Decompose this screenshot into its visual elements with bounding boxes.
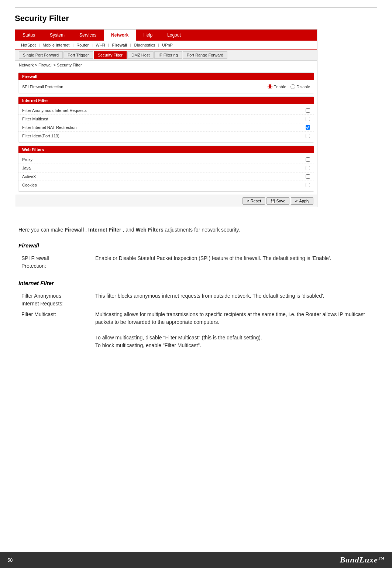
save-label: Save bbox=[276, 199, 285, 203]
tab-port-range-forward[interactable]: Port Range Forward bbox=[183, 51, 227, 59]
apply-label: Apply bbox=[299, 199, 309, 203]
reset-button[interactable]: ↺ Reset bbox=[243, 197, 265, 205]
java-checkbox[interactable] bbox=[306, 166, 310, 170]
filter-anon-label: Filter Anonymous Internet Requests bbox=[22, 108, 306, 113]
tab-security-filter[interactable]: Security Filter bbox=[94, 51, 127, 59]
filter-anon-row: Filter Anonymous Internet Requests bbox=[18, 106, 314, 115]
cookies-checkbox[interactable] bbox=[306, 183, 310, 187]
filter-nat-label: Filter Internet NAT Redirection bbox=[22, 125, 306, 130]
anon-desc-def: This filter blocks anonymous internet re… bbox=[92, 291, 374, 309]
tab-dmz-host[interactable]: DMZ Host bbox=[127, 51, 154, 59]
java-label: Java bbox=[22, 166, 306, 170]
internet-filter-header: Internet Filter bbox=[18, 97, 314, 104]
spi-disable-label: Disable bbox=[296, 85, 310, 89]
firewall-desc-title: Firewall bbox=[18, 241, 374, 250]
tab-ip-filtering[interactable]: IP Filtering bbox=[154, 51, 182, 59]
filter-ident-checkbox[interactable] bbox=[306, 134, 310, 138]
spi-firewall-row: SPI Firewall Protection Enable Disable bbox=[18, 82, 314, 91]
filter-nat-checkbox[interactable] bbox=[306, 125, 310, 130]
anon-desc-row: Filter AnonymousInternet Requests: This … bbox=[18, 291, 374, 309]
nav-diagnostics[interactable]: Diagnostics bbox=[132, 42, 157, 48]
buttons-bar: ↺ Reset 💾 Save ✔ Apply bbox=[15, 195, 317, 207]
filter-nat-row: Filter Internet NAT Redirection bbox=[18, 123, 314, 132]
web-filters-bold: Web Filters bbox=[136, 227, 164, 233]
multicast-desc-def: Multicasting allows for multiple transmi… bbox=[92, 309, 374, 351]
apply-icon: ✔ bbox=[295, 199, 298, 203]
cookies-label: Cookies bbox=[22, 183, 306, 187]
internet-filter-section: Internet Filter Filter Anonymous Interne… bbox=[18, 96, 314, 143]
web-filters-section: Web Filters Proxy Java ActiveX bbox=[18, 146, 314, 192]
save-button[interactable]: 💾 Save bbox=[267, 197, 289, 205]
save-icon: 💾 bbox=[271, 199, 275, 203]
brand-tm: TM bbox=[378, 556, 385, 560]
page-number: 58 bbox=[7, 557, 13, 563]
nav-network[interactable]: Network bbox=[104, 30, 136, 41]
top-nav: Status System Services Network Help Logo… bbox=[15, 30, 317, 41]
spi-disable-option[interactable]: Disable bbox=[290, 84, 310, 89]
spi-desc-term: SPI FirewallProtection: bbox=[18, 253, 92, 271]
internet-filter-body: Filter Anonymous Internet Requests Filte… bbox=[18, 104, 314, 142]
nav-mobile-internet[interactable]: Mobile Internet bbox=[41, 42, 72, 48]
breadcrumb: Network > Firewall > Security Filter bbox=[15, 61, 317, 69]
firewall-desc-table: SPI FirewallProtection: Enable or Disabl… bbox=[18, 253, 374, 271]
nav-help[interactable]: Help bbox=[136, 30, 160, 41]
second-nav: HotSpot | Mobile Internet | Router | Wi-… bbox=[15, 41, 317, 50]
spi-firewall-control: Enable Disable bbox=[268, 84, 310, 89]
filter-ident-row: Filter Ident(Port 113) bbox=[18, 132, 314, 140]
nav-services[interactable]: Services bbox=[72, 30, 104, 41]
spi-enable-option[interactable]: Enable bbox=[268, 84, 286, 89]
nav-status[interactable]: Status bbox=[15, 30, 42, 41]
spi-disable-radio[interactable] bbox=[290, 84, 295, 89]
firewall-section-body: SPI Firewall Protection Enable Disable bbox=[18, 80, 314, 93]
proxy-checkbox[interactable] bbox=[306, 157, 310, 162]
firewall-bold: Firewall bbox=[65, 227, 84, 233]
third-nav: Single Port Forward Port Trigger Securit… bbox=[15, 50, 317, 61]
activex-label: ActiveX bbox=[22, 174, 306, 179]
page-title: Security Filter bbox=[15, 14, 377, 23]
tab-single-port-forward[interactable]: Single Port Forward bbox=[19, 51, 63, 59]
firewall-section: Firewall SPI Firewall Protection Enable … bbox=[18, 72, 314, 93]
nav-system[interactable]: System bbox=[42, 30, 72, 41]
nav-upnp[interactable]: UPnP bbox=[160, 42, 175, 48]
web-filters-body: Proxy Java ActiveX bbox=[18, 153, 314, 191]
description-area: Here you can make Firewall , Internet Fi… bbox=[15, 218, 377, 366]
nav-hotspot[interactable]: HotSpot bbox=[19, 42, 38, 48]
apply-button[interactable]: ✔ Apply bbox=[291, 197, 313, 205]
multicast-desc-term: Filter Multicast: bbox=[18, 309, 92, 351]
internet-filter-bold: Internet Filter bbox=[88, 227, 121, 233]
tab-port-trigger[interactable]: Port Trigger bbox=[63, 51, 93, 59]
proxy-row: Proxy bbox=[18, 155, 314, 164]
java-row: Java bbox=[18, 164, 314, 172]
filter-multicast-row: Filter Multicast bbox=[18, 115, 314, 123]
filter-ident-label: Filter Ident(Port 113) bbox=[22, 134, 306, 138]
proxy-label: Proxy bbox=[22, 157, 306, 162]
anon-desc-term: Filter AnonymousInternet Requests: bbox=[18, 291, 92, 309]
cookies-row: Cookies bbox=[18, 181, 314, 189]
spi-enable-radio[interactable] bbox=[268, 84, 272, 89]
filter-multicast-label: Filter Multicast bbox=[22, 117, 306, 121]
internet-filter-desc-table: Filter AnonymousInternet Requests: This … bbox=[18, 291, 374, 351]
nav-wifi[interactable]: Wi-Fi bbox=[93, 42, 107, 48]
multicast-desc-row: Filter Multicast: Multicasting allows fo… bbox=[18, 309, 374, 351]
description-intro: Here you can make Firewall , Internet Fi… bbox=[18, 226, 374, 234]
spi-firewall-label: SPI Firewall Protection bbox=[22, 85, 268, 89]
brand-name: BandLuxe bbox=[340, 555, 378, 564]
internet-filter-desc-title: Internet Filter bbox=[18, 279, 374, 288]
nav-firewall[interactable]: Firewall bbox=[110, 42, 130, 48]
web-filters-header: Web Filters bbox=[18, 146, 314, 153]
activex-row: ActiveX bbox=[18, 172, 314, 181]
page-footer: 58 BandLuxeTM bbox=[0, 552, 392, 568]
spi-desc-row: SPI FirewallProtection: Enable or Disabl… bbox=[18, 253, 374, 271]
activex-checkbox[interactable] bbox=[306, 174, 310, 179]
nav-logout[interactable]: Logout bbox=[160, 30, 188, 41]
reset-label: Reset bbox=[251, 199, 261, 203]
firewall-section-header: Firewall bbox=[18, 73, 314, 80]
spi-enable-label: Enable bbox=[274, 85, 286, 89]
nav-router[interactable]: Router bbox=[74, 42, 91, 48]
filter-multicast-checkbox[interactable] bbox=[306, 117, 310, 121]
router-ui-frame: Status System Services Network Help Logo… bbox=[15, 29, 317, 207]
filter-anon-checkbox[interactable] bbox=[306, 108, 310, 113]
reset-icon: ↺ bbox=[247, 199, 250, 203]
brand-logo: BandLuxeTM bbox=[340, 555, 385, 565]
spi-desc-def: Enable or Disable Stateful Packet Inspec… bbox=[92, 253, 374, 271]
